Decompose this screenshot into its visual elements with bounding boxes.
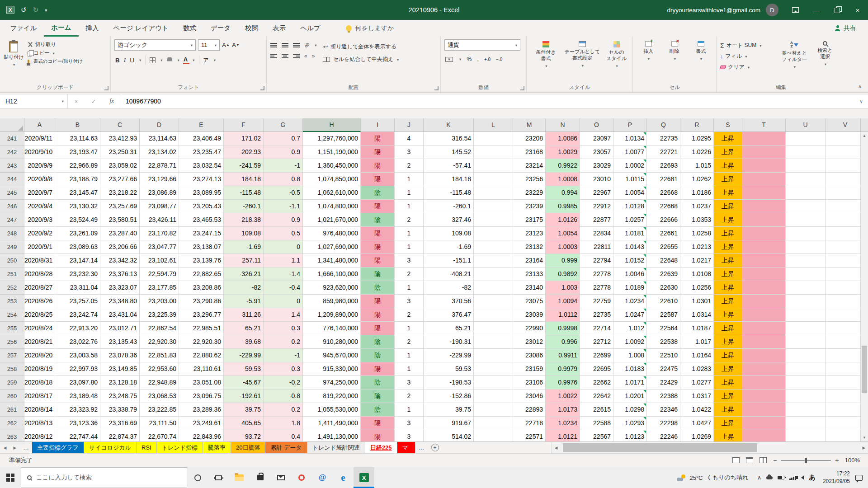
sheet-tab-20日騰落[interactable]: 20日騰落	[231, 442, 265, 453]
horizontal-scrollbar[interactable]: ◀ ▶	[552, 442, 868, 453]
cell-C256[interactable]: 23,135.43	[100, 335, 140, 349]
cell-S256[interactable]: 上昇	[714, 335, 742, 349]
cell-H254[interactable]: 1,209,890,000	[303, 308, 361, 322]
font-size-select[interactable]: 11▾	[198, 39, 220, 51]
fill-color-button[interactable]	[167, 57, 173, 61]
cell-N244[interactable]: 1.0008	[546, 173, 580, 186]
cell-N254[interactable]: 1.0112	[546, 308, 580, 322]
cell-H253[interactable]: 859,980,000	[303, 295, 361, 308]
column-header-O[interactable]: O	[580, 118, 613, 132]
cell-U242[interactable]	[786, 145, 826, 159]
cell-S247[interactable]: 上昇	[714, 213, 742, 227]
cell-M245[interactable]: 23229	[513, 186, 546, 200]
cell-L253[interactable]	[474, 295, 513, 308]
cell-A253[interactable]: 2020/8/26	[24, 295, 55, 308]
cell-R243[interactable]: 1.015	[680, 159, 714, 173]
cell-N250[interactable]: 0.999	[546, 254, 580, 267]
cut-button[interactable]: 切り取り	[28, 41, 83, 48]
cell-Q242[interactable]: 22721	[647, 145, 680, 159]
cell-R256[interactable]: 1.017	[680, 335, 714, 349]
cell-O241[interactable]: 23097	[580, 132, 613, 145]
cell-M260[interactable]: 23046	[513, 389, 546, 403]
column-header-H[interactable]: H	[303, 118, 361, 132]
cell-I261[interactable]: 陰	[361, 403, 395, 417]
cell-P241[interactable]: 1.0134	[613, 132, 647, 145]
cell-T244[interactable]	[742, 173, 786, 186]
column-header-S[interactable]: S	[714, 118, 742, 132]
cell-V253[interactable]	[826, 295, 860, 308]
cell-N253[interactable]: 1.0094	[546, 295, 580, 308]
cell-S243[interactable]: 上昇	[714, 159, 742, 173]
cell-O254[interactable]: 22735	[580, 308, 613, 322]
cell-G259[interactable]: -0.2	[264, 376, 303, 389]
cell-O246[interactable]: 22912	[580, 200, 613, 213]
cell-R245[interactable]: 1.0186	[680, 186, 714, 200]
cell-K250[interactable]: -151.1	[424, 254, 474, 267]
row-header-257[interactable]: 257	[0, 349, 24, 362]
name-box[interactable]: H12▾	[0, 94, 68, 108]
italic-button[interactable]: I	[124, 56, 126, 64]
cell-H259[interactable]: 974,250,000	[303, 376, 361, 389]
add-sheet-button[interactable]: +	[431, 444, 439, 451]
row-header-260[interactable]: 260	[0, 389, 24, 403]
cell-S246[interactable]: 上昇	[714, 200, 742, 213]
cell-N262[interactable]: 1.0234	[546, 417, 580, 430]
cell-B255[interactable]: 22,913.20	[55, 322, 100, 335]
zoom-slider[interactable]	[781, 460, 831, 461]
cell-B242[interactable]: 23,193.47	[55, 145, 100, 159]
cell-E248[interactable]: 23,247.15	[179, 227, 224, 240]
cell-L259[interactable]	[474, 376, 513, 389]
cell-O263[interactable]: 22567	[580, 430, 613, 441]
row-header-261[interactable]: 261	[0, 403, 24, 417]
cell-I259[interactable]: 陰	[361, 376, 395, 389]
cell-N251[interactable]: 0.9892	[546, 267, 580, 281]
cell-B250[interactable]: 23,147.14	[55, 254, 100, 267]
cell-U246[interactable]	[786, 200, 826, 213]
cell-C244[interactable]: 23,277.66	[100, 173, 140, 186]
cell-M254[interactable]: 23039	[513, 308, 546, 322]
column-header-E[interactable]: E	[179, 118, 224, 132]
cell-A246[interactable]: 2020/9/4	[24, 200, 55, 213]
cell-E246[interactable]: 23,205.43	[179, 200, 224, 213]
cell-B262[interactable]: 23,123.36	[55, 417, 100, 430]
collapse-ribbon-button[interactable]: ∧	[858, 84, 862, 89]
zoom-level[interactable]: 100%	[845, 457, 860, 464]
cell-Q252[interactable]: 22630	[647, 281, 680, 295]
cell-L263[interactable]	[474, 430, 513, 441]
cell-A254[interactable]: 2020/8/25	[24, 308, 55, 322]
cell-B243[interactable]: 22,966.89	[55, 159, 100, 173]
cell-I260[interactable]: 陰	[361, 389, 395, 403]
cell-B253[interactable]: 23,257.05	[55, 295, 100, 308]
cell-O256[interactable]: 22712	[580, 335, 613, 349]
cell-I242[interactable]: 陽	[361, 145, 395, 159]
row-header-259[interactable]: 259	[0, 376, 24, 389]
avatar[interactable]: D	[766, 4, 778, 16]
undo-button[interactable]: ↺	[21, 6, 27, 14]
cell-S259[interactable]: 上昇	[714, 376, 742, 389]
decrease-decimal-button[interactable]: −.0	[496, 57, 502, 62]
cell-C248[interactable]: 23,287.40	[100, 227, 140, 240]
cell-G249[interactable]: 0	[264, 240, 303, 254]
cell-D251[interactable]: 22,594.79	[140, 267, 179, 281]
cell-V259[interactable]	[826, 376, 860, 389]
cell-H263[interactable]: 1,491,130,000	[303, 430, 361, 441]
cell-E263[interactable]: 22,843.96	[179, 430, 224, 441]
cell-U251[interactable]	[786, 267, 826, 281]
cell-I247[interactable]: 陰	[361, 213, 395, 227]
row-header-248[interactable]: 248	[0, 227, 24, 240]
ribbon-tab-ホーム[interactable]: ホーム	[44, 20, 78, 37]
zoom-out-button[interactable]: −	[773, 456, 777, 464]
sheet-tab-トレンド統計関連[interactable]: トレンド統計関連	[307, 442, 365, 453]
cell-D259[interactable]: 22,948.89	[140, 376, 179, 389]
cell-G257[interactable]: -1	[264, 349, 303, 362]
cell-T254[interactable]	[742, 308, 786, 322]
cancel-entry-button[interactable]: ×	[75, 98, 78, 105]
cell-L246[interactable]	[474, 200, 513, 213]
cell-T247[interactable]	[742, 213, 786, 227]
cell-J245[interactable]: 1	[395, 186, 424, 200]
cell-U260[interactable]	[786, 389, 826, 403]
cell-G253[interactable]: 0	[264, 295, 303, 308]
cell-S245[interactable]: 上昇	[714, 186, 742, 200]
cell-K254[interactable]: 376.47	[424, 308, 474, 322]
cell-L255[interactable]	[474, 322, 513, 335]
